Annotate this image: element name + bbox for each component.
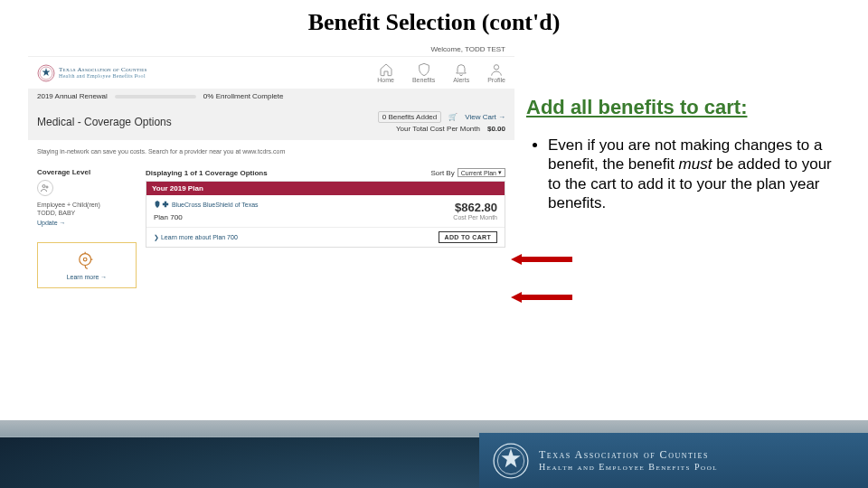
life-learn-more[interactable]: Learn more → bbox=[67, 274, 108, 280]
chevron-down-icon: ▾ bbox=[498, 169, 502, 176]
instructions-heading: Add all benefits to cart: bbox=[526, 96, 841, 119]
org-logo: Texas Association of Counties Health and… bbox=[37, 64, 147, 82]
people-icon bbox=[37, 180, 53, 196]
welcome-bar: Welcome, TODD TEST bbox=[28, 42, 514, 57]
app-screenshot: Welcome, TODD TEST Texas Association of … bbox=[27, 42, 515, 295]
nav-home[interactable]: Home bbox=[377, 62, 394, 83]
view-cart-link[interactable]: View Cart → bbox=[465, 113, 505, 121]
progress-bar bbox=[115, 95, 196, 99]
benefits-added-label: Benefits Added bbox=[388, 113, 437, 121]
top-nav: Home Benefits Alerts Profile bbox=[377, 62, 505, 83]
provider-row: BlueCross BlueShield of Texas bbox=[154, 201, 259, 208]
progress-label: 2019 Annual Renewal bbox=[37, 92, 108, 100]
life-event-box: Learn more → bbox=[37, 242, 137, 288]
coverage-value: Employee + Child(ren) bbox=[37, 202, 137, 208]
displaying-text: Displaying 1 of 1 Coverage Options bbox=[146, 169, 268, 177]
org-logo-text: Texas Association of Counties Health and… bbox=[59, 67, 147, 79]
page-title: Medical - Coverage Options bbox=[37, 116, 172, 128]
footer-org-1: Texas Association of Counties bbox=[539, 448, 718, 462]
content-row: Welcome, TODD TEST Texas Association of … bbox=[0, 42, 868, 295]
footer-seal-icon bbox=[492, 442, 530, 480]
nav-alerts-label: Alerts bbox=[453, 77, 469, 83]
nav-alerts[interactable]: Alerts bbox=[453, 62, 469, 83]
summary-row: Medical - Coverage Options 0 Benefits Ad… bbox=[28, 104, 514, 140]
plan-header: Your 2019 Plan bbox=[146, 182, 505, 195]
nav-profile[interactable]: Profile bbox=[487, 62, 505, 83]
sortby-select[interactable]: Current Plan▾ bbox=[458, 168, 505, 177]
shield-icon bbox=[417, 62, 431, 77]
plan-column: Displaying 1 of 1 Coverage Options Sort … bbox=[146, 168, 505, 288]
plan-footer: ❯ Learn more about Plan 700 ADD TO CART bbox=[146, 227, 505, 247]
instructions: Add all benefits to cart: Even if you ar… bbox=[526, 42, 841, 295]
total-cost-label: Your Total Cost Per Month bbox=[396, 125, 480, 133]
plan-learn-more[interactable]: ❯ Learn more about Plan 700 bbox=[154, 234, 238, 241]
svg-point-3 bbox=[494, 65, 498, 70]
coverage-level-hdr: Coverage Level bbox=[37, 168, 137, 176]
plan-price-label: Cost Per Month bbox=[453, 214, 497, 221]
svg-marker-8 bbox=[511, 254, 572, 265]
slide-footer: Texas Association of Counties Health and… bbox=[0, 420, 868, 488]
bell-icon bbox=[454, 62, 468, 77]
profile-icon bbox=[489, 62, 504, 77]
org-name-2: Health and Employee Benefits Pool bbox=[59, 73, 147, 79]
svg-marker-2 bbox=[42, 68, 51, 76]
svg-point-7 bbox=[83, 258, 87, 261]
main-area: Coverage Level Employee + Child(ren) TOD… bbox=[28, 163, 514, 294]
sort-by: Sort By Current Plan▾ bbox=[430, 168, 505, 177]
head-gear-icon bbox=[77, 250, 97, 270]
displaying-row: Displaying 1 of 1 Coverage Options Sort … bbox=[146, 168, 505, 177]
plan-price: $862.80 bbox=[453, 201, 497, 214]
update-link[interactable]: Update → bbox=[37, 220, 137, 226]
summary-right: 0 Benefits Added 🛒 View Cart → Your Tota… bbox=[378, 111, 505, 133]
add-to-cart-button[interactable]: ADD TO CART bbox=[439, 231, 497, 243]
bcbs-icon bbox=[154, 201, 169, 208]
progress-row: 2019 Annual Renewal 0% Enrollment Comple… bbox=[28, 89, 514, 104]
provider-name: BlueCross BlueShield of Texas bbox=[172, 202, 259, 208]
nav-benefits-label: Benefits bbox=[412, 77, 435, 83]
svg-point-5 bbox=[46, 186, 48, 188]
arrow-addcart bbox=[511, 292, 572, 299]
footer-org-2: Health and Employee Benefits Pool bbox=[539, 462, 718, 474]
progress-pct: 0% Enrollment Complete bbox=[203, 92, 283, 100]
home-icon bbox=[379, 62, 393, 77]
svg-point-4 bbox=[42, 185, 45, 188]
sidebar: Coverage Level Employee + Child(ren) TOD… bbox=[37, 168, 137, 288]
nav-home-label: Home bbox=[377, 77, 394, 83]
org-name-1: Texas Association of Counties bbox=[59, 67, 147, 73]
instructions-bullet: Even if you are not making changes to a … bbox=[548, 136, 841, 212]
arrow-price bbox=[511, 254, 572, 261]
nav-benefits[interactable]: Benefits bbox=[412, 62, 435, 83]
benefits-added-count: 0 bbox=[382, 113, 386, 121]
footer-brand: Texas Association of Counties Health and… bbox=[479, 433, 868, 488]
sortby-label: Sort By bbox=[430, 169, 454, 177]
total-cost-value: $0.00 bbox=[487, 125, 505, 133]
network-desc: Staying in-network can save you costs. S… bbox=[28, 140, 514, 163]
svg-marker-9 bbox=[511, 292, 572, 303]
instructions-list: Even if you are not making changes to a … bbox=[526, 136, 841, 212]
app-header: Texas Association of Counties Health and… bbox=[28, 57, 514, 89]
nav-profile-label: Profile bbox=[487, 77, 505, 83]
plan-body: BlueCross BlueShield of Texas Plan 700 $… bbox=[146, 195, 505, 227]
cart-icon: 🛒 bbox=[448, 113, 458, 121]
svg-point-6 bbox=[80, 254, 91, 266]
covered-name: TODD, BABY bbox=[37, 210, 137, 216]
slide-title: Benefit Selection (cont'd) bbox=[0, 0, 868, 42]
svg-marker-12 bbox=[502, 448, 521, 467]
texas-seal-icon bbox=[37, 64, 55, 82]
plan-card: Your 2019 Plan BlueCross BlueShield of T… bbox=[146, 181, 505, 248]
plan-name: Plan 700 bbox=[154, 213, 259, 221]
footer-org-text: Texas Association of Counties Health and… bbox=[539, 448, 718, 474]
